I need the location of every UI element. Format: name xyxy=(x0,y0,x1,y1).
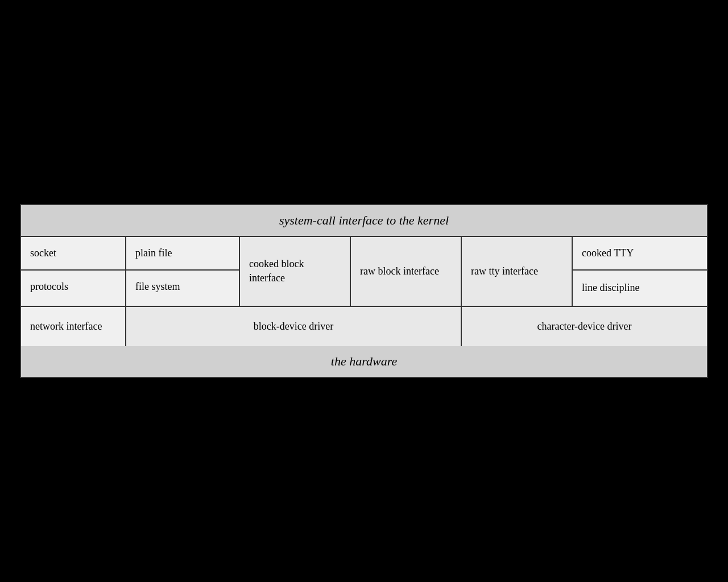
cell-cooked-tty: cooked TTY xyxy=(573,237,707,271)
cell-socket: socket xyxy=(21,237,125,271)
footer-label: the hardware xyxy=(331,354,397,368)
cell-file-system: file system xyxy=(126,271,239,305)
cell-cooked-block: cooked block interface xyxy=(240,237,351,305)
upper-rows: socket protocols plain file file system … xyxy=(21,237,707,306)
col-socket-protocols: socket protocols xyxy=(21,237,126,305)
col-plain-file: plain file file system xyxy=(126,237,240,305)
col-cooked-tty: cooked TTY line discipline xyxy=(573,237,707,305)
cell-char-device-driver: character-device driver xyxy=(462,307,707,346)
diagram: system-call interface to the kernel sock… xyxy=(20,204,708,377)
cell-raw-block: raw block interface xyxy=(351,237,462,305)
cell-line-discipline: line discipline xyxy=(573,271,707,305)
lower-row: network interface block-device driver ch… xyxy=(21,307,707,346)
cell-plain-file: plain file xyxy=(126,237,239,271)
cell-raw-tty: raw tty interface xyxy=(462,237,573,305)
header-row: system-call interface to the kernel xyxy=(21,205,707,237)
cell-block-device-driver: block-device driver xyxy=(126,307,462,346)
header-label: system-call interface to the kernel xyxy=(279,213,449,227)
cell-protocols: protocols xyxy=(21,271,125,305)
cell-network-interface: network interface xyxy=(21,307,126,346)
footer-row: the hardware xyxy=(21,346,707,377)
